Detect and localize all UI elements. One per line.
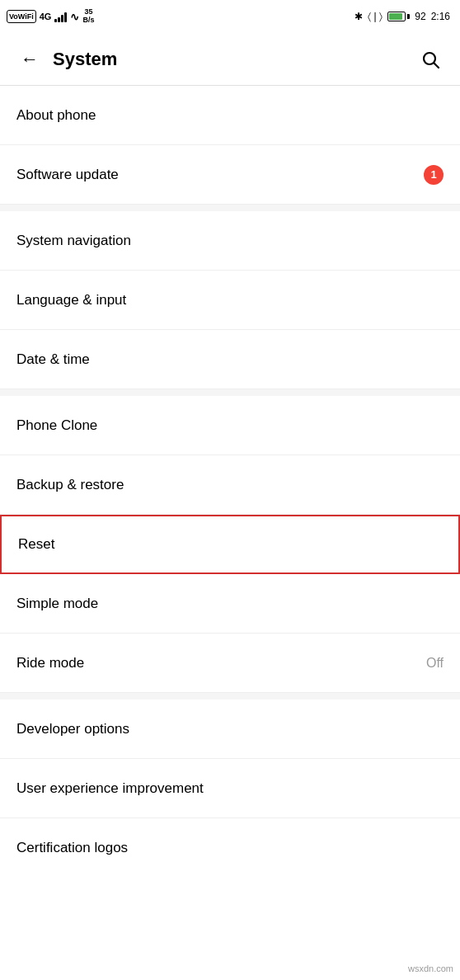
vowifi-indicator: VoWiFi [7, 10, 36, 23]
menu-item-system-navigation[interactable]: System navigation [0, 211, 460, 271]
menu-item-label-language-input: Language & input [16, 292, 126, 309]
menu-item-label-system-navigation: System navigation [16, 233, 131, 249]
status-bar: VoWiFi 4G ∿ 35 B/s ✱ 〈❘〉 92 2:16 [0, 0, 460, 33]
clock: 2:16 [431, 11, 450, 22]
menu-item-software-update[interactable]: Software update1 [0, 145, 460, 205]
menu-item-certification-logos[interactable]: Certification logos [0, 818, 460, 878]
back-button[interactable]: ← [13, 43, 46, 76]
menu-item-user-experience[interactable]: User experience improvement [0, 759, 460, 818]
back-arrow-icon: ← [21, 49, 39, 70]
signal-bar-2 [58, 17, 60, 22]
signal-4g-label: 4G [40, 12, 52, 21]
menu-item-language-input[interactable]: Language & input [0, 271, 460, 330]
menu-item-date-time[interactable]: Date & time [0, 330, 460, 389]
value-ride-mode: Off [426, 656, 444, 671]
data-speed: 35 B/s [82, 8, 94, 25]
menu-item-label-certification-logos: Certification logos [16, 840, 128, 856]
menu-item-label-developer-options: Developer options [16, 721, 129, 737]
battery-fill [389, 13, 401, 20]
signal-bar-3 [61, 15, 63, 22]
menu-item-label-user-experience: User experience improvement [16, 780, 204, 797]
menu-item-label-about-phone: About phone [16, 107, 96, 124]
search-button[interactable] [414, 43, 447, 76]
menu-item-label-phone-clone: Phone Clone [16, 417, 97, 434]
watermark: wsxdn.com [408, 964, 453, 973]
battery-percent: 92 [415, 11, 425, 22]
signal-bars [54, 11, 67, 22]
badge-software-update: 1 [424, 165, 444, 185]
battery-body [387, 12, 406, 21]
svg-line-1 [434, 63, 439, 68]
menu-item-label-simple-mode: Simple mode [16, 596, 98, 612]
battery-tip [407, 14, 410, 19]
menu-item-about-phone[interactable]: About phone [0, 86, 460, 145]
signal-bar-1 [54, 19, 57, 22]
menu-item-label-date-time: Date & time [16, 351, 90, 368]
menu-divider [0, 389, 460, 396]
page-title: System [53, 49, 414, 70]
menu-item-label-reset: Reset [18, 536, 54, 553]
menu-item-reset[interactable]: Reset [0, 515, 460, 574]
menu-item-right-ride-mode: Off [426, 656, 444, 671]
menu-divider [0, 693, 460, 700]
menu-divider [0, 205, 460, 211]
menu-section: About phoneSoftware update1System naviga… [0, 86, 460, 878]
menu-item-backup-restore[interactable]: Backup & restore [0, 455, 460, 515]
menu-item-label-backup-restore: Backup & restore [16, 477, 124, 493]
status-bar-right: ✱ 〈❘〉 92 2:16 [354, 11, 450, 22]
menu-item-right-software-update: 1 [424, 165, 444, 185]
search-icon [420, 49, 440, 69]
status-bar-left: VoWiFi 4G ∿ 35 B/s [7, 8, 94, 25]
vibrate-icon: 〈❘〉 [368, 11, 383, 22]
menu-item-developer-options[interactable]: Developer options [0, 700, 460, 759]
menu-item-phone-clone[interactable]: Phone Clone [0, 396, 460, 455]
bluetooth-icon: ✱ [354, 11, 363, 22]
wifi-icon: ∿ [70, 11, 79, 23]
menu-item-simple-mode[interactable]: Simple mode [0, 574, 460, 634]
menu-item-label-ride-mode: Ride mode [16, 655, 84, 671]
signal-bar-4 [64, 12, 67, 22]
header: ← System [0, 33, 460, 86]
battery-indicator [387, 12, 410, 21]
menu-item-label-software-update: Software update [16, 167, 119, 183]
menu-item-ride-mode[interactable]: Ride modeOff [0, 634, 460, 693]
